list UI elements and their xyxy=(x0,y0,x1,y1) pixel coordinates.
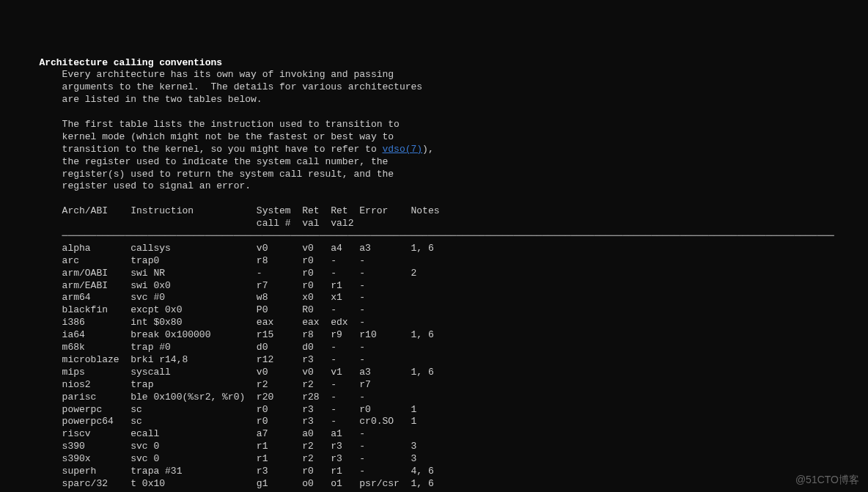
section-heading: Architecture calling conventions xyxy=(39,57,222,68)
para2-line3-before: transition to the kernel, so you might h… xyxy=(62,144,383,155)
table-header-1: Arch/ABI Instruction System Ret Ret Erro… xyxy=(62,205,440,216)
para1-line2: arguments to the kernel. The details for… xyxy=(62,81,422,92)
table-header-2: call # val val2 xyxy=(62,218,354,229)
watermark-text: @51CTO博客 xyxy=(795,473,859,486)
para2-line4: the register used to indicate the system… xyxy=(62,156,389,167)
table-body: alpha callsys v0 v0 a4 a3 1, 6 arc trap0… xyxy=(22,243,434,492)
table-hr: ────────────────────────────────────────… xyxy=(62,230,834,241)
para2-line5: register(s) used to return the system ca… xyxy=(62,169,394,180)
vdso-link[interactable]: vdso(7) xyxy=(382,144,422,155)
man-page-content: Architecture calling conventions Every a… xyxy=(0,57,868,492)
para2-line1: The first table lists the instruction us… xyxy=(62,119,400,130)
para2-line3-after: ), xyxy=(422,144,434,155)
para1-line1: Every architecture has its own way of in… xyxy=(62,69,394,80)
para2-line2: kernel mode (which might not be the fast… xyxy=(62,131,394,142)
para2-line6: register used to signal an error. xyxy=(62,180,251,191)
para1-line3: are listed in the two tables below. xyxy=(62,94,262,105)
